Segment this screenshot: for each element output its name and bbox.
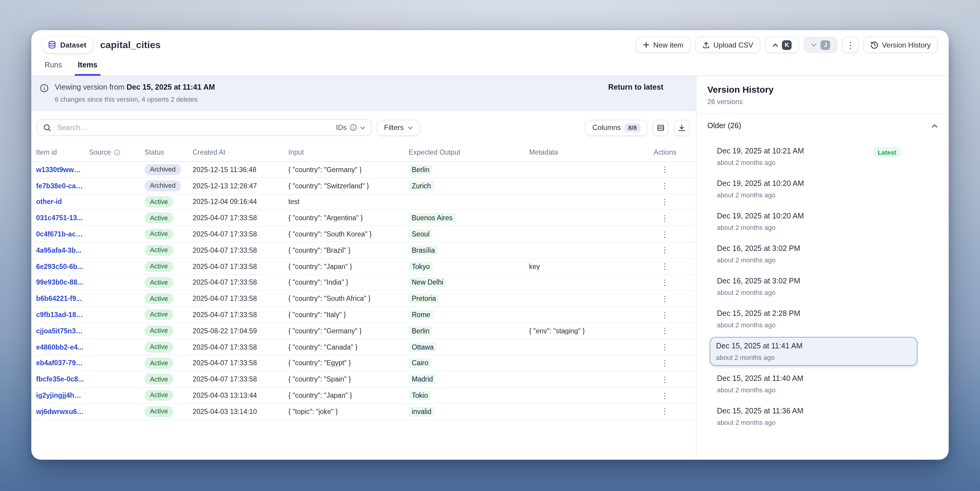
prev-item-button[interactable]: K [765, 37, 799, 53]
row-actions-kebab[interactable]: ⋮ [659, 181, 671, 190]
upload-csv-button[interactable]: Upload CSV [695, 37, 760, 53]
row-actions-kebab[interactable]: ⋮ [659, 214, 671, 222]
table-row[interactable]: 0c4f671b-ac5... Active 2025-04-07 17:33:… [31, 226, 696, 243]
table-row[interactable]: 031c4751-13... Active 2025-04-07 17:33:5… [31, 210, 696, 227]
row-actions-kebab[interactable]: ⋮ [659, 375, 671, 384]
column-header[interactable]: Input [288, 149, 409, 156]
item-id-link[interactable]: c9fb13ad-18ff... [36, 311, 89, 318]
item-id-link[interactable]: other-id [36, 198, 89, 205]
row-actions-kebab[interactable]: ⋮ [659, 197, 671, 207]
status-badge: Archived [145, 164, 181, 175]
upload-icon [703, 41, 710, 48]
item-id-link[interactable]: fbcfe35e-0c8... [36, 376, 89, 383]
columns-button[interactable]: Columns 8/8 [585, 119, 648, 136]
version-entry[interactable]: Dec 15, 2025 at 11:40 AM about 2 months … [710, 369, 916, 398]
row-actions-kebab[interactable]: ⋮ [659, 246, 671, 255]
item-id-link[interactable]: 0c4f671b-ac5... [36, 230, 89, 238]
item-id-link[interactable]: wj6dwrwxu6j... [36, 408, 89, 415]
row-actions-kebab[interactable]: ⋮ [659, 294, 671, 303]
version-entry[interactable]: Dec 15, 2025 at 2:28 PM about 2 months a… [710, 305, 916, 333]
column-header-label: Created At [192, 149, 226, 156]
table-row[interactable]: w1330t9ww1a... Archived 2025-12-15 11:36… [31, 162, 696, 178]
item-id-link[interactable]: 99e93b0c-88... [36, 279, 89, 286]
new-item-button[interactable]: New item [636, 37, 690, 53]
row-density-button[interactable] [652, 119, 669, 136]
created-at-cell: 2025-04-07 17:33:58 [192, 230, 288, 238]
item-id-link[interactable]: e4860bb2-e4... [36, 343, 89, 351]
version-entry[interactable]: Dec 19, 2025 at 10:20 AM about 2 months … [710, 207, 916, 236]
version-entry[interactable]: Dec 19, 2025 at 10:21 AM about 2 months … [710, 142, 916, 171]
column-header-label: Item id [36, 149, 57, 156]
version-history-title: Version History [707, 84, 938, 94]
row-actions-kebab[interactable]: ⋮ [659, 310, 671, 319]
version-entry[interactable]: Dec 16, 2025 at 3:02 PM about 2 months a… [710, 240, 916, 269]
column-header[interactable]: Expected Output [409, 149, 529, 156]
older-group-toggle[interactable]: Older (26) [707, 122, 938, 130]
table-row[interactable]: b6b64221-f9... Active 2025-04-07 17:33:5… [31, 291, 696, 307]
item-id-link[interactable]: 6e293c50-6b... [36, 263, 89, 270]
latest-badge: Latest [873, 147, 901, 157]
input-cell: test [288, 198, 409, 205]
column-header[interactable]: Source [89, 149, 145, 156]
download-button[interactable] [674, 119, 690, 136]
table-row[interactable]: fe7b38e0-ca4... Archived 2025-12-13 12:2… [31, 178, 696, 194]
table-row[interactable]: c9fb13ad-18ff... Active 2025-04-07 17:33… [31, 307, 696, 323]
filters-button[interactable]: Filters [377, 119, 420, 136]
item-id-link[interactable]: w1330t9ww1a... [36, 166, 89, 173]
column-header[interactable]: Status [145, 149, 192, 156]
column-header[interactable]: Item id [36, 149, 89, 156]
table-row[interactable]: wj6dwrwxu6j... Active 2025-04-03 13:14:1… [31, 404, 696, 420]
next-item-button[interactable]: J [804, 37, 838, 53]
tab-items[interactable]: Items [76, 57, 99, 75]
tab-runs[interactable]: Runs [43, 57, 63, 75]
item-id-link[interactable]: ig2yjingjj4hql... [36, 392, 89, 399]
version-entry[interactable]: Dec 19, 2025 at 10:20 AM about 2 months … [710, 175, 916, 203]
item-id-link[interactable]: eb4af037-791... [36, 359, 89, 367]
column-header[interactable]: Created At [192, 149, 288, 156]
table-row[interactable]: other-id Active 2025-12-04 09:16:44 test… [31, 194, 696, 210]
expected-output-cell: Tokio [409, 391, 431, 400]
table-row[interactable]: 6e293c50-6b... Active 2025-04-07 17:33:5… [31, 259, 696, 275]
version-age: about 2 months ago [717, 159, 804, 166]
item-id-link[interactable]: b6b64221-f9... [36, 295, 89, 302]
column-header[interactable]: Actions [654, 149, 696, 156]
row-actions-kebab[interactable]: ⋮ [659, 326, 671, 335]
dataset-type-badge: Dataset [42, 37, 94, 52]
row-actions-kebab[interactable]: ⋮ [659, 407, 671, 416]
item-id-link[interactable]: fe7b38e0-ca4... [36, 182, 89, 189]
viewing-version-banner: Viewing version from Dec 15, 2025 at 11:… [31, 76, 696, 111]
table-row[interactable]: 99e93b0c-88... Active 2025-04-07 17:33:5… [31, 275, 696, 291]
row-actions-kebab[interactable]: ⋮ [659, 165, 671, 174]
item-id-link[interactable]: cjjoa5it75n3jr... [36, 327, 89, 335]
more-options-button[interactable]: ⋮ [842, 37, 859, 53]
created-at-cell: 2025-12-04 09:16:44 [192, 198, 288, 205]
column-header[interactable]: Metadata [529, 149, 654, 156]
item-id-link[interactable]: 4a95afa4-3b... [36, 247, 89, 254]
table-row[interactable]: e4860bb2-e4... Active 2025-04-07 17:33:5… [31, 339, 696, 356]
table-row[interactable]: ig2yjingjj4hql... Active 2025-04-03 13:1… [31, 388, 696, 404]
expected-output-cell: Seoul [409, 229, 433, 239]
table-row[interactable]: cjjoa5it75n3jr... Active 2025-08-22 17:0… [31, 323, 696, 339]
input-cell: { "country": "Brazil" } [288, 247, 409, 254]
item-id-link[interactable]: 031c4751-13... [36, 215, 89, 222]
version-entry[interactable]: Dec 15, 2025 at 11:41 AM about 2 months … [710, 337, 917, 366]
table-row[interactable]: fbcfe35e-0c8... Active 2025-04-07 17:33:… [31, 372, 696, 388]
row-actions-kebab[interactable]: ⋮ [659, 359, 671, 368]
created-at-cell: 2025-04-07 17:33:58 [192, 263, 288, 270]
row-actions-kebab[interactable]: ⋮ [659, 342, 671, 351]
search-box[interactable]: IDs [37, 119, 372, 136]
version-entry[interactable]: Dec 16, 2025 at 3:02 PM about 2 months a… [710, 272, 916, 301]
row-actions-kebab[interactable]: ⋮ [659, 262, 671, 271]
return-to-latest-link[interactable]: Return to latest [608, 83, 663, 91]
version-date: Dec 19, 2025 at 10:20 AM [717, 179, 804, 188]
search-field-selector[interactable]: IDs [336, 123, 365, 132]
row-actions-kebab[interactable]: ⋮ [659, 391, 671, 400]
table-row[interactable]: eb4af037-791... Active 2025-04-07 17:33:… [31, 355, 696, 372]
row-actions-kebab[interactable]: ⋮ [659, 278, 671, 287]
expected-output-cell: Madrid [409, 375, 436, 384]
row-actions-kebab[interactable]: ⋮ [659, 230, 671, 238]
search-input[interactable] [56, 123, 331, 132]
table-row[interactable]: 4a95afa4-3b... Active 2025-04-07 17:33:5… [31, 243, 696, 259]
version-history-button[interactable]: Version History [864, 37, 938, 53]
version-entry[interactable]: Dec 15, 2025 at 11:36 AM about 2 months … [710, 402, 916, 431]
